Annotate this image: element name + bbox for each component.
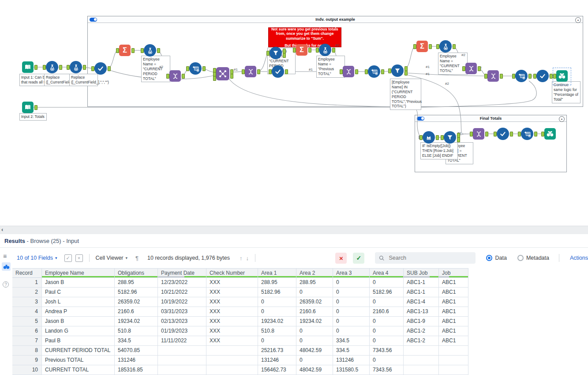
table-cell[interactable]	[158, 356, 206, 365]
table-cell[interactable]: 01/19/2023	[158, 326, 206, 336]
table-cell[interactable]: 5182.96	[258, 288, 296, 297]
browse-tool[interactable]	[544, 128, 556, 140]
column-header[interactable]: Area 4	[370, 268, 404, 278]
record-number-cell[interactable]: 9	[12, 356, 42, 365]
browse-anchor-icon[interactable]	[2, 262, 11, 271]
anchor[interactable]	[494, 132, 497, 136]
anchor[interactable]	[283, 53, 286, 58]
table-row[interactable]: 6Landon G510.801/19/2023XXX510.8000ABC1-…	[12, 326, 468, 336]
table-cell[interactable]: XXX	[206, 307, 258, 317]
table-cell[interactable]: ABC1	[439, 326, 468, 336]
formula-tool[interactable]	[439, 40, 452, 53]
table-cell[interactable]: 288.95	[296, 278, 333, 288]
record-number-cell[interactable]: 8	[12, 346, 42, 356]
anchor[interactable]	[528, 74, 532, 79]
fields-dropdown[interactable]: 10 of 10 Fields ▾	[17, 255, 57, 261]
table-cell[interactable]: 131246	[115, 356, 158, 365]
table-cell[interactable]: 510.8	[115, 326, 158, 336]
anchor[interactable]	[59, 65, 62, 70]
anchor[interactable]	[550, 74, 553, 79]
anchor[interactable]	[202, 66, 206, 71]
summarize-tool[interactable]: Σ	[416, 41, 428, 52]
anchor[interactable]	[43, 65, 46, 70]
table-cell[interactable]: 0	[333, 288, 370, 297]
anchor[interactable]	[131, 48, 135, 53]
table-cell[interactable]: XXX	[206, 326, 258, 336]
table-cell[interactable]: 185316.85	[115, 365, 158, 375]
record-number-cell[interactable]: 2	[12, 288, 42, 297]
table-cell[interactable]: 0	[333, 307, 370, 317]
anchor[interactable]	[453, 44, 456, 49]
arrow-down-icon[interactable]: ↓	[246, 255, 249, 261]
table-cell[interactable]: 12/23/2022	[158, 278, 206, 288]
select-tool[interactable]	[272, 65, 284, 78]
table-cell[interactable]: 0	[258, 307, 296, 317]
table-cell[interactable]: Paul B	[42, 336, 115, 346]
anchor[interactable]	[388, 68, 391, 73]
anchor[interactable]	[116, 48, 119, 53]
union-tool[interactable]	[343, 66, 354, 77]
anchor[interactable]	[541, 132, 544, 136]
table-cell[interactable]: 0	[370, 297, 404, 307]
arrow-up-icon[interactable]: ↑	[240, 255, 243, 261]
table-cell[interactable]: ABC1-13	[404, 307, 439, 317]
anchor[interactable]	[485, 132, 488, 136]
table-cell[interactable]: 2160.6	[115, 307, 158, 317]
multi-row-formula-tool[interactable]	[423, 131, 435, 144]
anchor[interactable]	[518, 132, 521, 136]
anchor[interactable]	[462, 66, 465, 71]
table-cell[interactable]: XXX	[206, 297, 258, 307]
table-cell[interactable]	[404, 346, 439, 356]
column-header[interactable]: Area 1	[258, 268, 296, 278]
union-tool[interactable]	[169, 70, 181, 82]
record-number-cell[interactable]: 10	[12, 365, 42, 375]
formula-tool[interactable]	[319, 44, 331, 56]
anchor[interactable]	[436, 135, 439, 140]
anchor[interactable]	[553, 74, 556, 79]
anchor[interactable]	[213, 76, 216, 81]
table-cell[interactable]: 156462.73	[258, 365, 296, 375]
anchor[interactable]	[534, 132, 537, 136]
table-cell[interactable]: 10/19/2022	[158, 297, 206, 307]
help-icon[interactable]: ?	[3, 281, 9, 288]
table-cell[interactable]: 02/13/2023	[158, 317, 206, 326]
formula-tool[interactable]	[144, 44, 156, 57]
table-row[interactable]: 1Jason B288.9512/23/2022XXX288.95288.950…	[12, 278, 468, 288]
anchor[interactable]	[500, 74, 503, 79]
anchor[interactable]	[484, 74, 487, 79]
filter-tool[interactable]	[444, 131, 456, 144]
anchor[interactable]	[141, 48, 144, 53]
anchor[interactable]	[316, 48, 319, 53]
clear-filter-button[interactable]: ×	[335, 253, 347, 264]
column-header[interactable]: Payment Date	[158, 268, 206, 278]
table-cell[interactable]: CURRENT TOTAL	[42, 365, 115, 375]
anchor[interactable]	[512, 74, 515, 79]
workflow-canvas[interactable]: Indv. output example▴Final Totals▴Not su…	[0, 0, 588, 226]
anchor[interactable]	[91, 66, 94, 71]
anchor[interactable]	[429, 44, 432, 49]
table-cell[interactable]: 0	[296, 288, 333, 297]
table-cell[interactable]: 131246	[258, 356, 296, 365]
record-number-cell[interactable]: 1	[12, 278, 42, 288]
table-cell[interactable]: 48042.59	[296, 346, 333, 356]
table-cell[interactable]: 0	[370, 317, 404, 326]
anchor[interactable]	[182, 74, 185, 79]
anchor[interactable]	[365, 69, 368, 74]
table-cell[interactable]	[206, 365, 258, 375]
whitespace-toggle-icon[interactable]: ¶	[135, 255, 139, 261]
union-tool[interactable]	[487, 70, 499, 82]
column-header[interactable]: Record	[12, 268, 42, 278]
anchor[interactable]	[436, 44, 439, 49]
formula-tool[interactable]	[70, 61, 82, 73]
anchor[interactable]	[186, 66, 189, 71]
apply-filter-button[interactable]: ✓	[353, 253, 364, 264]
tool-annotation[interactable]: [Employee Name] IN ("CURRENT PERIOD TOTA…	[390, 79, 421, 110]
table-cell[interactable]: 0	[258, 336, 296, 346]
tool-annotation[interactable]: Replace ([_CurrentField_],"$","")	[44, 74, 73, 86]
anchor[interactable]	[510, 132, 513, 136]
table-cell[interactable]: 288.95	[258, 278, 296, 288]
anchor[interactable]	[340, 69, 343, 74]
column-header[interactable]: Check Number	[206, 268, 258, 278]
table-cell[interactable]: XXX	[206, 317, 258, 326]
anchor[interactable]	[457, 137, 460, 142]
